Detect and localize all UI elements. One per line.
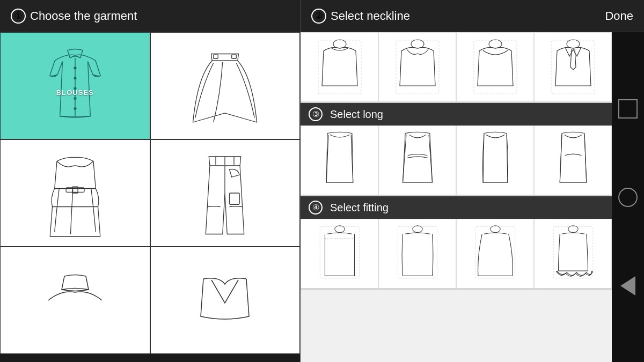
neckline-option-4[interactable] — [534, 32, 612, 102]
nav-square-button[interactable] — [618, 99, 638, 119]
garment-panel: BLOUSES — [0, 32, 301, 362]
fitting-options-grid — [301, 219, 612, 290]
garment-cell-skirt[interactable] — [150, 32, 301, 139]
svg-rect-7 — [232, 55, 237, 58]
svg-rect-30 — [553, 227, 592, 278]
fitting-option-4[interactable] — [534, 219, 612, 289]
right-panel: ③ Select long — [301, 32, 612, 362]
svg-point-20 — [489, 40, 502, 48]
header-section-garment: ① Choose the garment — [0, 0, 301, 32]
garment-cell-pants[interactable] — [150, 139, 301, 247]
nav-bar — [612, 32, 644, 362]
content-area: BLOUSES — [0, 32, 644, 362]
done-button[interactable]: Done — [605, 9, 633, 23]
fitting-option-2[interactable] — [378, 219, 456, 289]
step2-badge: ② — [311, 9, 326, 24]
long-options-grid — [301, 125, 612, 196]
nav-back-button[interactable] — [620, 276, 635, 295]
neckline-title-group: ② Select neckline — [311, 9, 410, 24]
svg-point-2 — [74, 77, 76, 79]
fitting-option-1[interactable] — [301, 219, 378, 289]
long-option-3[interactable] — [456, 125, 534, 195]
header: ① Choose the garment ② Select neckline D… — [0, 0, 644, 32]
neckline-options-grid — [301, 32, 612, 103]
blouses-label: BLOUSES — [56, 88, 94, 97]
fitting-option-3[interactable] — [456, 219, 534, 289]
svg-rect-6 — [214, 55, 218, 58]
neckline-option-3[interactable] — [456, 32, 534, 102]
svg-rect-28 — [475, 227, 515, 278]
svg-point-1 — [74, 67, 76, 69]
nav-circle-button[interactable] — [618, 188, 638, 207]
svg-point-18 — [411, 40, 424, 48]
neckline-option-1[interactable] — [301, 32, 378, 102]
section-long-label: Select long — [330, 108, 383, 121]
svg-point-16 — [333, 40, 346, 48]
header-title-neckline: Select neckline — [331, 9, 410, 23]
step1-badge: ① — [11, 9, 26, 24]
svg-point-5 — [74, 108, 76, 110]
garment-cell-blouses[interactable]: BLOUSES — [0, 32, 150, 139]
neckline-option-2[interactable] — [378, 32, 456, 102]
svg-rect-26 — [398, 227, 437, 278]
long-option-1[interactable] — [301, 125, 378, 195]
step3-badge: ③ — [309, 107, 323, 121]
garment-cell-dress[interactable] — [0, 139, 150, 247]
step4-badge: ④ — [309, 201, 323, 215]
garment-cell-partial1[interactable] — [0, 247, 150, 354]
svg-rect-13 — [230, 193, 240, 204]
section-header-long: ③ Select long — [301, 103, 612, 125]
long-option-4[interactable] — [534, 125, 612, 195]
section-header-fitting: ④ Select fitting — [301, 196, 612, 219]
garment-cell-partial2[interactable] — [150, 247, 301, 354]
svg-point-4 — [74, 98, 76, 100]
svg-point-22 — [567, 40, 580, 48]
header-section-neckline: ② Select neckline Done — [301, 9, 644, 24]
svg-rect-23 — [320, 227, 359, 278]
header-title-garment: Choose the garment — [30, 9, 137, 23]
long-option-2[interactable] — [378, 125, 456, 195]
section-fitting-label: Select fitting — [330, 202, 389, 214]
